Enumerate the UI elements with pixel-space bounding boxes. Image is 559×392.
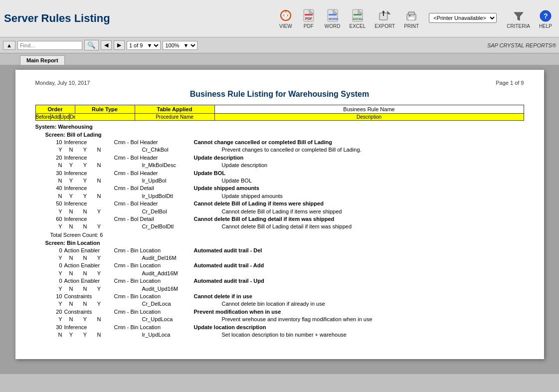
- view-label: VIEW: [279, 23, 292, 29]
- row-bin-0-upd-yn: Y N N Y Audit_Upd16M: [50, 285, 524, 293]
- screen-bin-label: Screen: Bin Location: [45, 240, 524, 246]
- zoom-display: 100%: [163, 41, 181, 49]
- row-bin-0-del: 0 Action Enabler Cmn - Bin Location Auto…: [50, 247, 524, 254]
- column-headers: Order Rule Type Table Applied Businees R…: [35, 105, 524, 114]
- zoom-dropdown[interactable]: ▼: [182, 42, 197, 49]
- report-page-info: Page 1 of 9: [496, 80, 524, 86]
- row-bin-20: 20 Constraints Cmn - Bin Location Preven…: [50, 308, 524, 316]
- row-bin-20-yn: Y N Y N Cr_UpdLoca Prevent wrehouse and …: [50, 316, 524, 323]
- export-label: EXPORT: [374, 23, 395, 29]
- row-bin-0-upd: 0 Action Enabler Cmn - Bin Location Auto…: [50, 277, 524, 285]
- row-bol-30-yn: N Y Y N Ir_UpdBol Update BOL: [50, 177, 524, 185]
- main-toolbar: Server Rules Listing VIEW PDF: [0, 0, 559, 37]
- row-bol-50: 50 Inference Cmn - Bol Header Cannot del…: [50, 200, 524, 207]
- word-icon: WORD: [326, 8, 340, 22]
- row-bol-10: 10 Inference Cmn - Bol Header Cannot cha…: [50, 139, 524, 146]
- row-bol-60: 60 Inference Cmn - Bol Detail Cannot del…: [50, 215, 524, 223]
- system-label: System: Warehousing: [35, 124, 524, 130]
- row-bin-0-add-yn: Y N N Y Audit_Add16M: [50, 270, 524, 277]
- crystal-reports-label: SAP CRYSTAL REPORTS®: [487, 42, 556, 48]
- report-date: Monday, July 10, 2017: [35, 80, 90, 86]
- nav-prev-page-button[interactable]: ◀: [101, 40, 112, 50]
- report-header: Monday, July 10, 2017 Page 1 of 9: [35, 80, 524, 86]
- excel-button[interactable]: EXCEL EXCEL: [346, 6, 369, 31]
- nav-next-page-button[interactable]: ▶: [114, 40, 125, 50]
- word-label: WORD: [325, 23, 341, 29]
- rule-subheader-blank: [75, 114, 135, 121]
- app-title: Server Rules Listing: [4, 12, 120, 25]
- search-button[interactable]: 🔍: [84, 40, 99, 50]
- before-subheader: Before: [35, 114, 51, 121]
- row-bol-40-yn: N Y Y N Ir_UpdBolDtl Update shipped amou…: [50, 193, 524, 200]
- printer-selector[interactable]: <Printer Unavailable>: [429, 13, 497, 31]
- row-bin-30: 30 Inference Cmn - Bin Location Update l…: [50, 324, 524, 331]
- name-header: Businees Rule Name: [215, 105, 524, 114]
- criteria-button[interactable]: CRITERIA: [504, 7, 533, 31]
- proc-subheader: Procedure Name: [135, 114, 215, 121]
- row-bin-30-yn: N Y Y N Ir_UpdLoca Set location descript…: [50, 331, 524, 339]
- upd-subheader: Upd: [60, 114, 70, 121]
- print-icon: [404, 8, 418, 22]
- svg-rect-13: [408, 12, 414, 15]
- export-icon: [378, 8, 392, 22]
- word-button[interactable]: WORD WORD: [322, 6, 344, 31]
- help-icon: ?: [539, 9, 552, 23]
- help-label: HELP: [539, 23, 552, 29]
- print-label: PRINT: [404, 23, 419, 29]
- pdf-icon: PDF: [302, 8, 316, 22]
- svg-point-1: [284, 14, 287, 17]
- excel-label: EXCEL: [349, 23, 366, 29]
- row-bin-0-add: 0 Action Enabler Cmn - Bin Location Auto…: [50, 262, 524, 269]
- help-button[interactable]: ? HELP: [536, 7, 555, 31]
- excel-icon: EXCEL: [351, 8, 365, 22]
- row-bol-50-yn: Y N N Y Cr_DelBol Cannot delete Bill of …: [50, 208, 524, 215]
- row-bin-10-yn: Y N N Y Cr_DelLoca Cannot delete bin loc…: [50, 300, 524, 308]
- pdf-button[interactable]: PDF PDF: [299, 6, 319, 31]
- screen-bill-of-lading: Screen: Bill of Lading 10 Inference Cmn …: [35, 132, 524, 238]
- report-title: Business Rule Listing for Warehousing Sy…: [35, 90, 524, 99]
- add-subheader: Add: [51, 114, 60, 121]
- svg-text:WORD: WORD: [329, 17, 338, 20]
- screen-bol-label: Screen: Bill of Lading: [45, 132, 524, 138]
- row-bol-10-yn: Y N Y N Cr_ChkBol Prevent changes to can…: [50, 146, 524, 154]
- order-sub-group: Before Add Upd Del: [35, 114, 75, 121]
- nav-toolbar: ▲ 🔍 ◀ ▶ 1 of 9 ▼ 100% ▼ SAP CRYSTAL REPO…: [0, 37, 559, 53]
- report-page: Monday, July 10, 2017 Page 1 of 9 Busine…: [15, 70, 544, 359]
- row-bol-30: 30 Inference Cmn - Bol Header Update BOL: [50, 170, 524, 177]
- tab-bar: Main Report: [0, 53, 559, 65]
- view-icon: [279, 8, 293, 22]
- criteria-label: CRITERIA: [507, 23, 530, 29]
- print-button[interactable]: PRINT: [401, 6, 422, 31]
- main-report-tab[interactable]: Main Report: [20, 55, 65, 65]
- view-button[interactable]: VIEW: [276, 6, 296, 31]
- ruletype-header: Rule Type: [75, 105, 135, 114]
- nav-up-button[interactable]: ▲: [3, 41, 15, 50]
- report-area: Monday, July 10, 2017 Page 1 of 9 Busine…: [0, 65, 559, 374]
- row-bol-60-yn: Y N N Y Cr_DelBolDtl Cannot delete Bill …: [50, 223, 524, 230]
- row-bol-20-yn: N Y Y N Ir_MkBolDesc Update description: [50, 162, 524, 169]
- desc-subheader: Description: [215, 114, 524, 121]
- row-bol-40: 40 Inference Cmn - Bol Detail Update shi…: [50, 185, 524, 192]
- svg-text:EXCEL: EXCEL: [353, 17, 363, 20]
- criteria-icon: [512, 9, 525, 23]
- pdf-label: PDF: [304, 23, 314, 29]
- table-header: Table Applied: [135, 105, 215, 114]
- svg-rect-15: [409, 15, 410, 16]
- export-button[interactable]: EXPORT: [372, 6, 398, 31]
- row-bin-0-del-yn: Y N N Y Audit_Del16M: [50, 254, 524, 262]
- svg-rect-14: [408, 17, 414, 20]
- bol-total: Total Screen Count: 6: [50, 232, 524, 238]
- sub-headers: Before Add Upd Del Procedure Name Descri…: [35, 114, 524, 121]
- svg-text:?: ?: [544, 12, 548, 20]
- page-dropdown[interactable]: ▼: [145, 42, 160, 49]
- printer-dropdown[interactable]: <Printer Unavailable>: [429, 13, 497, 23]
- row-bin-10: 10 Constraints Cmn - Bin Location Cannot…: [50, 293, 524, 300]
- svg-text:PDF: PDF: [305, 17, 313, 20]
- row-bol-20: 20 Inference Cmn - Bol Header Update des…: [50, 154, 524, 162]
- search-input[interactable]: [17, 41, 82, 50]
- screen-bin-location: Screen: Bin Location 0 Action Enabler Cm…: [35, 240, 524, 339]
- page-display: 1 of 9: [127, 41, 145, 49]
- order-header: Order: [35, 105, 75, 114]
